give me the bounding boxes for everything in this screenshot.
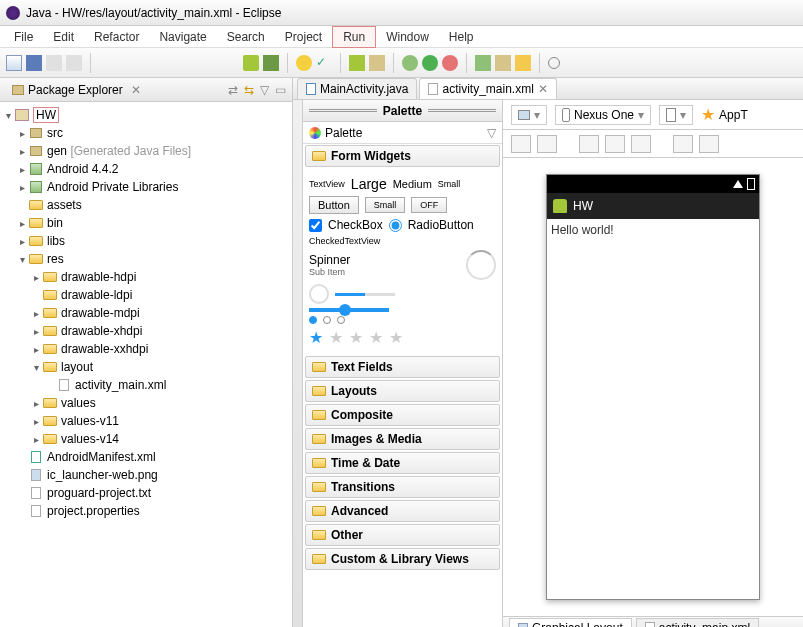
package-explorer-tab[interactable]: Package Explorer ✕ [6,80,147,100]
seekbar-widget[interactable] [309,308,389,312]
checkbox-widget[interactable] [309,219,322,232]
radio-widget[interactable] [389,219,402,232]
gen-node[interactable]: ▸gen [Generated Java Files] [2,142,290,160]
properties-node[interactable]: project.properties [2,502,290,520]
section-images[interactable]: Images & Media [305,428,500,450]
android-sdk-icon[interactable] [243,55,259,71]
toggle-height-button[interactable] [537,135,557,153]
subitem-widget[interactable]: Sub Item [309,267,350,277]
ratingbar-widget[interactable]: ★★★★★ [309,328,496,347]
new-icon[interactable] [6,55,22,71]
search-icon[interactable] [548,57,560,69]
orientation-selector[interactable]: ▾ [659,105,693,125]
section-form-widgets[interactable]: Form Widgets [305,145,500,167]
activity-main-xml-node[interactable]: activity_main.xml [2,376,290,394]
small-progress-widget[interactable] [309,284,329,304]
menu-project[interactable]: Project [275,27,332,47]
checked-textview-widget[interactable]: CheckedTextView [309,236,496,246]
drawable-ldpi-node[interactable]: drawable-ldpi [2,286,290,304]
drawable-xhdpi-node[interactable]: ▸drawable-xhdpi [2,322,290,340]
device-preview[interactable]: HW Hello world! [546,174,760,600]
values-node[interactable]: ▸values [2,394,290,412]
menu-window[interactable]: Window [376,27,439,47]
layout-content[interactable]: Hello world! [547,219,759,599]
xml-source-tab[interactable]: activity_main.xml [636,618,759,628]
drawable-hdpi-node[interactable]: ▸drawable-hdpi [2,268,290,286]
zoom-out-button[interactable] [631,135,651,153]
new-folder-icon[interactable] [515,55,531,71]
section-composite[interactable]: Composite [305,404,500,426]
view-menu-icon[interactable]: ▽ [260,83,269,97]
zoom-100-button[interactable] [605,135,625,153]
page-indicator-widget[interactable] [309,316,345,324]
zoom-fit-button[interactable] [579,135,599,153]
menu-help[interactable]: Help [439,27,484,47]
spinner-widget[interactable]: Spinner [309,253,350,267]
save-icon[interactable] [26,55,42,71]
zoom-reset-button[interactable] [699,135,719,153]
large-text-widget[interactable]: Large [351,176,387,192]
run-ext-icon[interactable] [442,55,458,71]
menu-navigate[interactable]: Navigate [149,27,216,47]
menu-file[interactable]: File [4,27,43,47]
launcher-png-node[interactable]: ic_launcher-web.png [2,466,290,484]
project-node[interactable]: ▾HW [2,106,290,124]
small-button-widget[interactable]: Small [365,197,406,213]
menu-run[interactable]: Run [332,26,376,48]
res-node[interactable]: ▾res [2,250,290,268]
toggle-widget[interactable]: OFF [411,197,447,213]
project-tree[interactable]: ▾HW ▸src ▸gen [Generated Java Files] ▸An… [0,102,292,627]
menu-edit[interactable]: Edit [43,27,84,47]
small-text-widget[interactable]: Small [438,179,461,189]
values-v11-node[interactable]: ▸values-v11 [2,412,290,430]
private-libs-node[interactable]: ▸Android Private Libraries [2,178,290,196]
tab-activity-main[interactable]: activity_main.xml ✕ [419,78,556,99]
layout-node[interactable]: ▾layout [2,358,290,376]
close-icon[interactable]: ✕ [131,83,141,97]
tab-mainactivity[interactable]: MainActivity.java [297,78,417,99]
manifest-node[interactable]: AndroidManifest.xml [2,448,290,466]
assets-node[interactable]: assets [2,196,290,214]
section-custom[interactable]: Custom & Library Views [305,548,500,570]
theme-selector[interactable]: ★ AppT [701,105,748,124]
menu-search[interactable]: Search [217,27,275,47]
chevron-down-icon[interactable]: ▽ [487,126,496,140]
src-node[interactable]: ▸src [2,124,290,142]
drawable-xxhdpi-node[interactable]: ▸drawable-xxhdpi [2,340,290,358]
bin-node[interactable]: ▸bin [2,214,290,232]
toggle-width-button[interactable] [511,135,531,153]
close-tab-icon[interactable]: ✕ [538,82,548,96]
check-icon[interactable]: ✓ [316,55,332,71]
zoom-in-button[interactable] [673,135,693,153]
section-transitions[interactable]: Transitions [305,476,500,498]
canvas-config-dropdown[interactable]: ▾ [511,105,547,125]
new-class-icon[interactable] [475,55,491,71]
drawable-mdpi-node[interactable]: ▸drawable-mdpi [2,304,290,322]
package-icon[interactable] [369,55,385,71]
debug-icon[interactable] [402,55,418,71]
android-lib-node[interactable]: ▸Android 4.4.2 [2,160,290,178]
section-time[interactable]: Time & Date [305,452,500,474]
section-text-fields[interactable]: Text Fields [305,356,500,378]
link-icon[interactable]: ⇆ [244,83,254,97]
lint-icon[interactable] [296,55,312,71]
values-v14-node[interactable]: ▸values-v14 [2,430,290,448]
progress-circle-widget[interactable] [466,250,496,280]
section-other[interactable]: Other [305,524,500,546]
avd-icon[interactable] [263,55,279,71]
palette-subheader[interactable]: Palette ▽ [303,122,502,144]
new-project-icon[interactable] [349,55,365,71]
minimize-icon[interactable]: ▭ [275,83,286,97]
save-all-icon[interactable] [46,55,62,71]
collapse-icon[interactable]: ⇄ [228,83,238,97]
hello-text[interactable]: Hello world! [551,223,614,237]
proguard-node[interactable]: proguard-project.txt [2,484,290,502]
libs-node[interactable]: ▸libs [2,232,290,250]
button-widget[interactable]: Button [309,196,359,214]
new-pkg-icon[interactable] [495,55,511,71]
textview-widget[interactable]: TextView [309,179,345,189]
medium-text-widget[interactable]: Medium [393,178,432,190]
run-icon[interactable] [422,55,438,71]
graphical-layout-tab[interactable]: Graphical Layout [509,618,632,628]
menu-refactor[interactable]: Refactor [84,27,149,47]
